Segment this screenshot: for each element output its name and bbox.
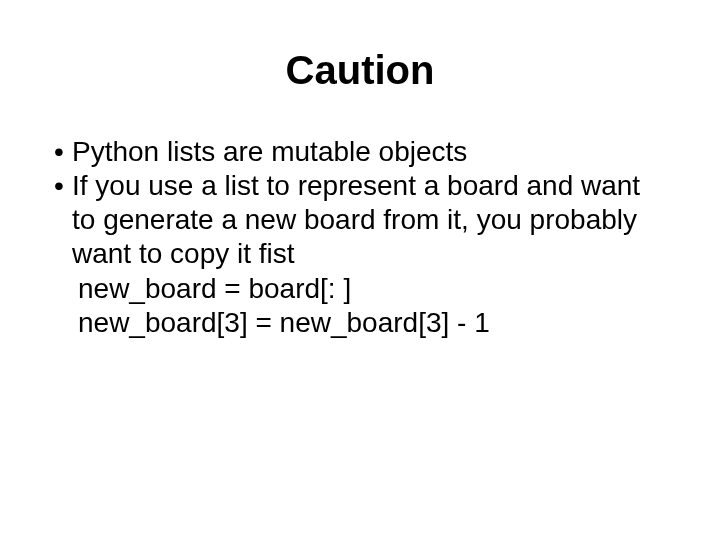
bullet-icon: •: [54, 135, 72, 169]
code-line: new_board[3] = new_board[3] - 1: [78, 306, 666, 340]
bullet-icon: •: [54, 169, 72, 271]
slide: Caution • Python lists are mutable objec…: [0, 0, 720, 540]
bullet-item: • Python lists are mutable objects: [54, 135, 666, 169]
slide-body: • Python lists are mutable objects • If …: [54, 135, 666, 340]
code-line: new_board = board[: ]: [78, 272, 666, 306]
slide-title: Caution: [54, 48, 666, 93]
bullet-item: • If you use a list to represent a board…: [54, 169, 666, 271]
bullet-text: If you use a list to represent a board a…: [72, 169, 666, 271]
bullet-text: Python lists are mutable objects: [72, 135, 666, 169]
